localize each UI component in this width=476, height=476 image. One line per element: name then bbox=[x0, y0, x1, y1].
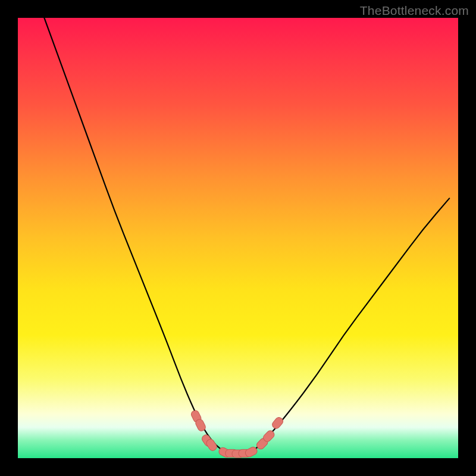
chart-frame: TheBottleneck.com bbox=[0, 0, 476, 476]
plot-area bbox=[18, 18, 458, 458]
curve-markers bbox=[190, 409, 284, 458]
chart-svg bbox=[18, 18, 458, 458]
watermark-text: TheBottleneck.com bbox=[360, 4, 469, 18]
bottleneck-curve bbox=[44, 18, 449, 454]
curve-marker bbox=[271, 416, 284, 430]
